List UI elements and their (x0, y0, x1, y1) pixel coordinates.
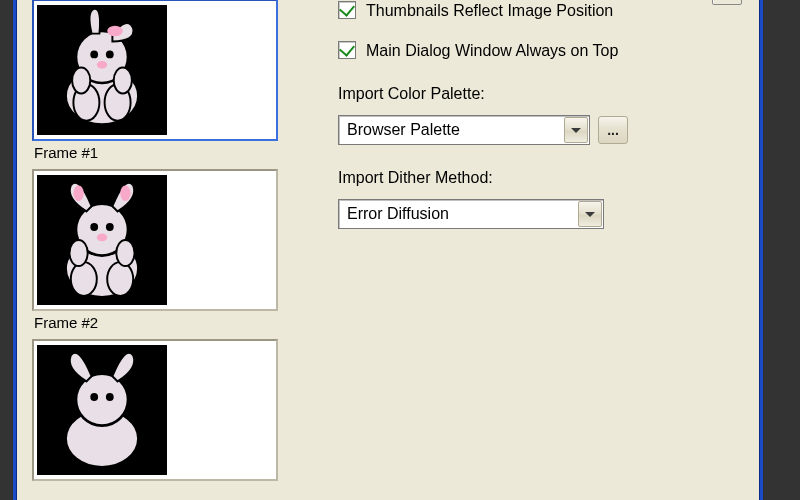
frame-thumbnail[interactable] (32, 339, 278, 481)
browse-palette-button[interactable]: ... (598, 116, 628, 144)
svg-point-14 (107, 262, 133, 296)
palette-dropdown[interactable]: Browser Palette (338, 115, 590, 145)
dither-label: Import Dither Method: (338, 169, 742, 187)
frame-image (37, 175, 167, 305)
frame-image (37, 5, 167, 135)
svg-point-17 (120, 185, 130, 201)
checkbox-label: Main Dialog Window Always on Top (366, 41, 618, 61)
frame-item (32, 339, 308, 481)
svg-point-22 (116, 240, 134, 266)
checkbox-label: Thumbnails Reflect Image Position (366, 1, 613, 21)
frame-item: Frame #1 (32, 0, 308, 161)
frame-thumbnail[interactable] (32, 0, 278, 141)
frame-thumbnail[interactable] (32, 169, 278, 311)
thumb-spacer (167, 174, 273, 306)
thumbnails-reflect-checkbox[interactable] (338, 1, 356, 19)
svg-point-6 (90, 51, 98, 59)
svg-point-16 (73, 185, 83, 201)
svg-point-13 (71, 262, 97, 296)
dither-dropdown[interactable]: Error Diffusion (338, 199, 604, 229)
thumbnail-list: Frame #1 (16, 0, 316, 500)
svg-point-10 (114, 67, 132, 93)
frame-label: Frame #2 (34, 314, 308, 331)
svg-point-19 (106, 223, 114, 231)
setting-row: Main Dialog Window Always on Top (338, 41, 742, 61)
svg-point-5 (107, 26, 123, 36)
dropdown-value: Error Diffusion (339, 205, 577, 223)
collapse-button[interactable] (712, 0, 742, 5)
always-on-top-checkbox[interactable] (338, 41, 356, 59)
svg-point-9 (72, 67, 90, 93)
settings-window: Frame #1 (13, 0, 763, 500)
svg-point-18 (90, 223, 98, 231)
svg-point-8 (97, 61, 107, 69)
svg-point-25 (76, 374, 128, 426)
thumb-spacer (167, 4, 273, 136)
dither-row: Error Diffusion (338, 199, 742, 229)
dropdown-value: Browser Palette (339, 121, 563, 139)
svg-point-27 (106, 393, 114, 401)
palette-row: Browser Palette ... (338, 115, 742, 145)
svg-point-20 (97, 234, 107, 242)
svg-point-21 (70, 240, 88, 266)
palette-label: Import Color Palette: (338, 85, 742, 103)
chevron-down-icon[interactable] (578, 201, 602, 227)
setting-row: Thumbnails Reflect Image Position (338, 1, 742, 21)
settings-panel: Thumbnails Reflect Image Position Main D… (316, 0, 760, 500)
thumb-spacer (167, 344, 273, 476)
frame-item: Frame #2 (32, 169, 308, 331)
frame-image (37, 345, 167, 475)
svg-point-7 (106, 51, 114, 59)
chevron-down-icon[interactable] (564, 117, 588, 143)
svg-point-26 (90, 393, 98, 401)
frame-label: Frame #1 (34, 144, 308, 161)
